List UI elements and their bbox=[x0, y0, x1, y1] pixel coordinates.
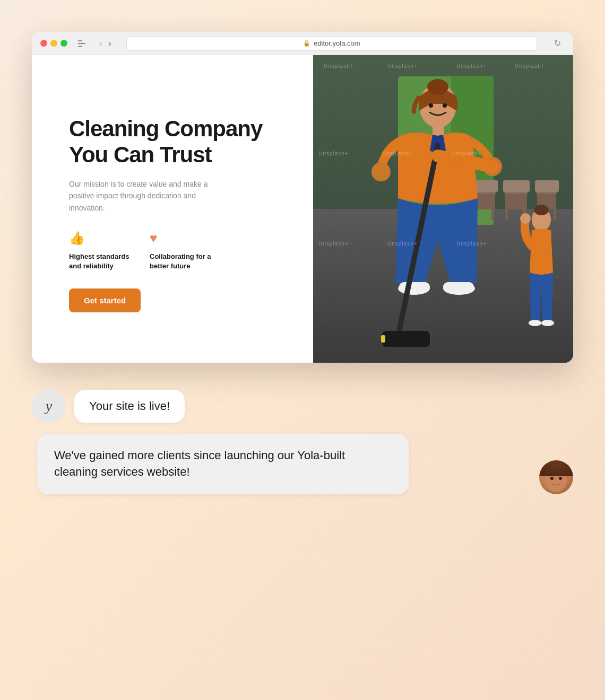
main-worker-svg bbox=[356, 76, 515, 363]
website-left-panel: Cleaning Company You Can Trust Our missi… bbox=[32, 55, 313, 363]
yola-chat-bubble: y Your site is live! bbox=[32, 389, 573, 423]
svg-rect-24 bbox=[433, 125, 444, 136]
svg-point-22 bbox=[429, 103, 433, 108]
user-message-bubble: We've gained more clients since launchin… bbox=[37, 434, 409, 494]
avatar-hair bbox=[539, 460, 573, 476]
avatar-image bbox=[539, 460, 573, 494]
heart-icon: ♥ bbox=[150, 231, 213, 246]
feature-item-standards: 👍 Highest standards and reliability bbox=[69, 231, 133, 271]
svg-point-23 bbox=[443, 103, 447, 108]
background-worker-svg bbox=[515, 204, 568, 363]
sidebar-toggle-icon[interactable] bbox=[78, 38, 93, 49]
reload-button[interactable]: ↻ bbox=[550, 36, 565, 51]
svg-rect-32 bbox=[382, 331, 430, 347]
minimize-button[interactable] bbox=[50, 40, 57, 47]
get-started-button[interactable]: Get started bbox=[69, 288, 141, 312]
svg-point-37 bbox=[559, 477, 562, 480]
svg-point-17 bbox=[529, 320, 541, 326]
website-content: Cleaning Company You Can Trust Our missi… bbox=[32, 55, 573, 363]
svg-rect-33 bbox=[381, 335, 385, 343]
chat-section: y Your site is live! We've gained more c… bbox=[32, 363, 573, 505]
yola-message-text: Your site is live! bbox=[89, 399, 170, 413]
ssl-lock-icon: 🔒 bbox=[303, 40, 310, 47]
thumbs-up-icon: 👍 bbox=[69, 231, 133, 246]
yola-logo-icon: y bbox=[32, 389, 66, 423]
user-message-text: We've gained more clients since launchin… bbox=[54, 449, 345, 478]
back-button[interactable]: ‹ bbox=[97, 38, 104, 49]
forward-button[interactable]: › bbox=[106, 38, 113, 49]
website-title: Cleaning Company You Can Trust bbox=[69, 116, 287, 168]
user-avatar bbox=[539, 460, 573, 494]
close-button[interactable] bbox=[40, 40, 47, 47]
svg-point-16 bbox=[534, 205, 549, 215]
browser-controls: ‹ › bbox=[78, 38, 114, 49]
svg-point-25 bbox=[371, 162, 391, 181]
website-description: Our mission is to create value and make … bbox=[69, 178, 218, 214]
url-text: editor.yola.com bbox=[314, 39, 360, 47]
browser-window: ‹ › 🔒 editor.yola.com ↻ Cleaning Company… bbox=[32, 32, 573, 363]
browser-toolbar: ‹ › 🔒 editor.yola.com ↻ bbox=[32, 32, 573, 55]
website-hero-image: Unsplash+ Unsplash+ Unsplash+ Unsplash+ … bbox=[313, 55, 573, 363]
maximize-button[interactable] bbox=[60, 40, 67, 47]
traffic-lights bbox=[40, 40, 67, 47]
features-row: 👍 Highest standards and reliability ♥ Co… bbox=[69, 231, 287, 271]
svg-point-36 bbox=[550, 477, 554, 480]
address-bar[interactable]: 🔒 editor.yola.com bbox=[126, 36, 537, 51]
svg-rect-30 bbox=[443, 282, 474, 292]
svg-rect-12 bbox=[535, 180, 559, 192]
svg-point-21 bbox=[427, 79, 448, 95]
feature-label-collaborating: Collaborating for a better future bbox=[150, 252, 213, 271]
svg-point-19 bbox=[520, 213, 531, 224]
user-chat-bubble: We've gained more clients since launchin… bbox=[32, 434, 573, 494]
svg-point-18 bbox=[541, 320, 554, 326]
feature-item-collaborating: ♥ Collaborating for a better future bbox=[150, 231, 213, 271]
feature-label-standards: Highest standards and reliability bbox=[69, 252, 133, 271]
svg-rect-29 bbox=[399, 282, 430, 292]
worker-scene: Unsplash+ Unsplash+ Unsplash+ Unsplash+ … bbox=[313, 55, 573, 363]
yola-message-bubble: Your site is live! bbox=[74, 390, 185, 423]
